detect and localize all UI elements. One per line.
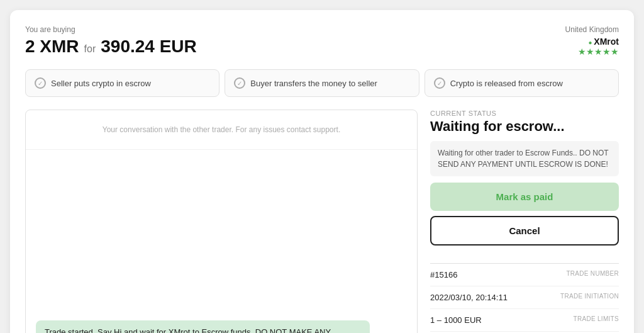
for-word: for xyxy=(84,43,96,55)
step-2-label: Buyer transfers the money to seller xyxy=(250,79,377,88)
trader-stars: ★★★★★ xyxy=(565,47,619,57)
right-panel: CURRENT STATUS Waiting for escrow... Wai… xyxy=(430,110,619,333)
trade-limits-label: TRADE LIMITS xyxy=(574,315,619,322)
status-title: Waiting for escrow... xyxy=(430,118,619,135)
trade-initiation-value: 2022/03/10, 20:14:11 xyxy=(430,293,508,302)
step-2-check: ✓ xyxy=(234,77,245,89)
trade-number-value: #15166 xyxy=(430,270,457,279)
cancel-button[interactable]: Cancel xyxy=(430,216,619,246)
trade-initiation-row: 2022/03/10, 20:14:11 TRADE INITIATION xyxy=(430,286,619,309)
header-left: You are buying 2 XMR for 390.24 EUR xyxy=(25,25,197,57)
trade-amount: 2 XMR for 390.24 EUR xyxy=(25,37,197,57)
trade-limits-value: 1 – 1000 EUR xyxy=(430,315,482,325)
header-right: United Kingdom XMrot ★★★★★ xyxy=(565,25,619,57)
step-3-label: Crypto is released from escrow xyxy=(450,79,563,88)
trader-country: United Kingdom xyxy=(565,25,619,34)
trade-initiation-label: TRADE INITIATION xyxy=(560,293,619,300)
chat-placeholder: Your conversation with the other trader.… xyxy=(26,110,417,150)
steps-row: ✓ Seller puts crypto in escrow ✓ Buyer t… xyxy=(25,69,619,97)
you-are-buying-label: You are buying xyxy=(25,25,197,34)
trade-number-row: #15166 TRADE NUMBER xyxy=(430,264,619,286)
current-status-label: CURRENT STATUS xyxy=(430,110,619,117)
chat-bubble: Trade started. Say Hi and wait for XMrot… xyxy=(36,320,370,333)
price-value: 390.24 EUR xyxy=(101,37,197,57)
current-status-section: CURRENT STATUS Waiting for escrow... Wai… xyxy=(430,110,619,256)
main-content: Your conversation with the other trader.… xyxy=(25,110,619,333)
step-1: ✓ Seller puts crypto in escrow xyxy=(25,69,219,97)
header: You are buying 2 XMR for 390.24 EUR Unit… xyxy=(25,25,619,57)
trade-number-label: TRADE NUMBER xyxy=(566,270,619,277)
step-3-check: ✓ xyxy=(434,77,445,89)
status-notice: Waiting for other trader to Escrow Funds… xyxy=(430,141,619,176)
chat-section: Your conversation with the other trader.… xyxy=(25,110,418,333)
trader-name: XMrot xyxy=(565,37,619,47)
chat-messages: Trade started. Say Hi and wait for XMrot… xyxy=(26,150,417,333)
step-2: ✓ Buyer transfers the money to seller xyxy=(225,69,419,97)
mark-as-paid-button[interactable]: Mark as paid xyxy=(430,183,619,211)
step-1-check: ✓ xyxy=(35,77,46,89)
trade-limits-row: 1 – 1000 EUR TRADE LIMITS xyxy=(430,309,619,332)
main-container: You are buying 2 XMR for 390.24 EUR Unit… xyxy=(10,10,634,333)
step-3: ✓ Crypto is released from escrow xyxy=(425,69,619,97)
step-1-label: Seller puts crypto in escrow xyxy=(51,79,151,88)
amount-value: 2 XMR xyxy=(25,37,79,57)
trade-details: #15166 TRADE NUMBER 2022/03/10, 20:14:11… xyxy=(430,263,619,333)
